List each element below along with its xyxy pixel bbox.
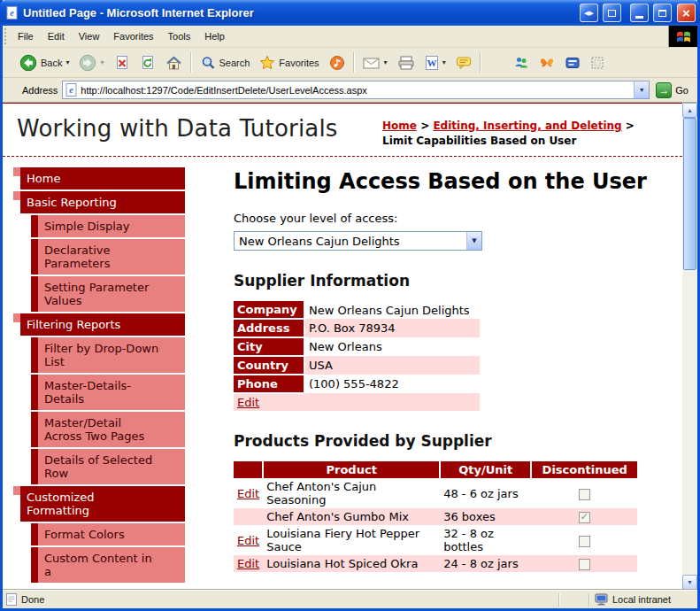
edit-supplier-link[interactable]: Edit — [237, 396, 259, 409]
address-dropdown-button[interactable]: ▼ — [634, 81, 649, 98]
refresh-button[interactable] — [135, 52, 160, 73]
toolbar-separator — [480, 52, 481, 73]
product-name-cell: Louisiana Hot Spiced Okra — [263, 555, 440, 572]
access-level-select[interactable]: New Orleans Cajun Delights ▼ — [234, 231, 482, 251]
products-table: Product Qty/Unit Discontinued Edit Chef … — [234, 461, 637, 572]
vertical-scrollbar[interactable]: ▲ ▼ — [682, 103, 697, 590]
product-name-cell: Chef Anton's Cajun Seasoning — [263, 478, 440, 508]
search-button[interactable]: Search — [196, 52, 255, 73]
mail-button[interactable]: ▾ — [358, 53, 392, 73]
stop-button[interactable] — [110, 52, 135, 73]
research-button[interactable] — [560, 53, 585, 73]
msn-butterfly-icon — [539, 56, 555, 70]
svg-text:e: e — [70, 85, 74, 95]
browser-viewport: Working with Data Tutorials Home > Editi… — [3, 102, 697, 590]
word-page-icon: W — [425, 55, 439, 71]
mail-icon — [363, 56, 381, 70]
status-bar: Done Local intranet — [3, 590, 697, 608]
scroll-up-button[interactable]: ▲ — [682, 103, 697, 118]
sidebar-item-setting-parameter-values[interactable]: Setting Parameter Values — [38, 276, 185, 312]
discontinued-checkbox — [579, 559, 590, 570]
scrollbar-thumb[interactable] — [683, 118, 696, 270]
window-nav-button[interactable]: ◀▶ — [580, 4, 598, 22]
back-label: Back — [41, 58, 62, 68]
sidebar-item-declarative-parameters[interactable]: Declarative Parameters — [38, 239, 185, 275]
main-content: Limiting Access Based on the User Choose… — [234, 167, 658, 584]
sidebar-item-filtering-reports[interactable]: Filtering Reports — [20, 313, 185, 336]
menu-edit[interactable]: Edit — [41, 26, 72, 47]
sidebar-item-simple-display[interactable]: Simple Display — [38, 215, 185, 237]
menu-help[interactable]: Help — [197, 26, 232, 47]
sidebar-item-custom-content[interactable]: Custom Content in a — [38, 547, 185, 583]
sidebar-item-home[interactable]: Home — [20, 167, 185, 189]
edit-with-word-button[interactable]: W ▾ — [420, 52, 450, 73]
minimize-button[interactable] — [630, 4, 649, 22]
edit-column-header — [234, 461, 263, 478]
select-value: New Orleans Cajun Delights — [235, 235, 466, 248]
refresh-icon — [140, 55, 156, 71]
mail-dropdown-caret[interactable]: ▾ — [384, 58, 388, 66]
maximize-icon — [658, 10, 666, 17]
home-button[interactable] — [161, 52, 187, 73]
edit-product-link[interactable]: Edit — [237, 487, 259, 500]
back-button[interactable]: Back ▾ — [15, 51, 73, 74]
sidebar-item-filter-by-drop-down-list[interactable]: Filter by Drop-Down List — [38, 337, 185, 373]
maximize-button[interactable] — [653, 4, 672, 22]
messenger-button[interactable] — [509, 52, 534, 73]
left-right-arrows-icon: ◀▶ — [584, 10, 594, 17]
stop-icon — [114, 55, 130, 71]
address-input[interactable]: e http://localhost:1297/Code/EditInsertD… — [62, 81, 650, 99]
breadcrumb-section-link[interactable]: Editing, Inserting, and Deleting — [433, 120, 621, 132]
select-dropdown-icon[interactable]: ▼ — [466, 232, 481, 250]
grid-button[interactable] — [586, 53, 609, 73]
sidebar-item-customized-formatting[interactable]: Customized Formatting — [20, 486, 185, 522]
sidebar-item-master-details-details[interactable]: Master-Details-Details — [38, 375, 185, 410]
media-icon — [329, 55, 345, 71]
local-intranet-icon — [595, 593, 608, 606]
scroll-down-button[interactable]: ▼ — [682, 575, 697, 590]
discontinued-checkbox — [579, 489, 590, 500]
edit-product-link[interactable]: Edit — [237, 534, 259, 547]
back-icon — [19, 54, 37, 72]
search-icon — [200, 55, 216, 71]
edit-product-link[interactable]: Edit — [237, 557, 259, 570]
menu-favorites[interactable]: Favorites — [106, 26, 160, 47]
sidebar-menu: Home Basic Reporting Simple Display Decl… — [13, 167, 185, 584]
sidebar-item-basic-reporting[interactable]: Basic Reporting — [20, 191, 185, 213]
product-row: Edit Chef Anton's Cajun Seasoning 48 - 6… — [234, 478, 637, 508]
menu-view[interactable]: View — [72, 26, 107, 47]
svg-text:W: W — [427, 58, 436, 68]
product-name-cell: Chef Anton's Gumbo Mix — [263, 508, 440, 525]
menu-grip[interactable] — [4, 28, 9, 44]
sidebar-item-details-of-selected-row[interactable]: Details of Selected Row — [38, 449, 185, 484]
print-button[interactable] — [393, 52, 419, 73]
edit-dropdown-caret[interactable]: ▾ — [442, 58, 446, 66]
zone-label: Local intranet — [612, 594, 671, 605]
scrollbar-track[interactable] — [682, 118, 697, 575]
menu-file[interactable]: File — [11, 26, 41, 47]
address-bar: Address e http://localhost:1297/Code/Edi… — [3, 78, 697, 102]
favorites-button[interactable]: Favorites — [255, 52, 323, 73]
window-screen-button[interactable] — [603, 4, 621, 22]
product-row: Edit Louisiana Hot Spiced Okra 24 - 8 oz… — [234, 555, 637, 572]
messenger-icon — [513, 55, 529, 71]
go-button[interactable]: → Go — [654, 82, 694, 98]
breadcrumb-home-link[interactable]: Home — [382, 120, 417, 132]
discuss-button[interactable] — [451, 53, 476, 73]
msn-button[interactable] — [535, 53, 559, 73]
supplier-field-value: P.O. Box 78934 — [304, 319, 480, 337]
favorites-star-icon — [259, 55, 275, 71]
forward-dropdown-caret: ▾ — [100, 58, 104, 66]
qty-cell: 36 boxes — [440, 508, 531, 525]
back-dropdown-caret[interactable]: ▾ — [65, 58, 69, 66]
sidebar-item-master-detail-across-two-pages[interactable]: Master/Detail Across Two Pages — [38, 412, 185, 447]
menu-tools[interactable]: Tools — [161, 26, 198, 47]
favorites-label: Favorites — [279, 58, 319, 68]
supplier-field-label: Company — [234, 301, 304, 319]
media-button[interactable] — [325, 52, 350, 73]
supplier-field-value: New Orleans — [304, 337, 480, 356]
status-text: Done — [21, 594, 44, 605]
title-bar[interactable]: e Untitled Page - Microsoft Internet Exp… — [0, 0, 700, 26]
sidebar-item-format-colors[interactable]: Format Colors — [38, 523, 185, 545]
close-button[interactable]: × — [677, 4, 696, 22]
